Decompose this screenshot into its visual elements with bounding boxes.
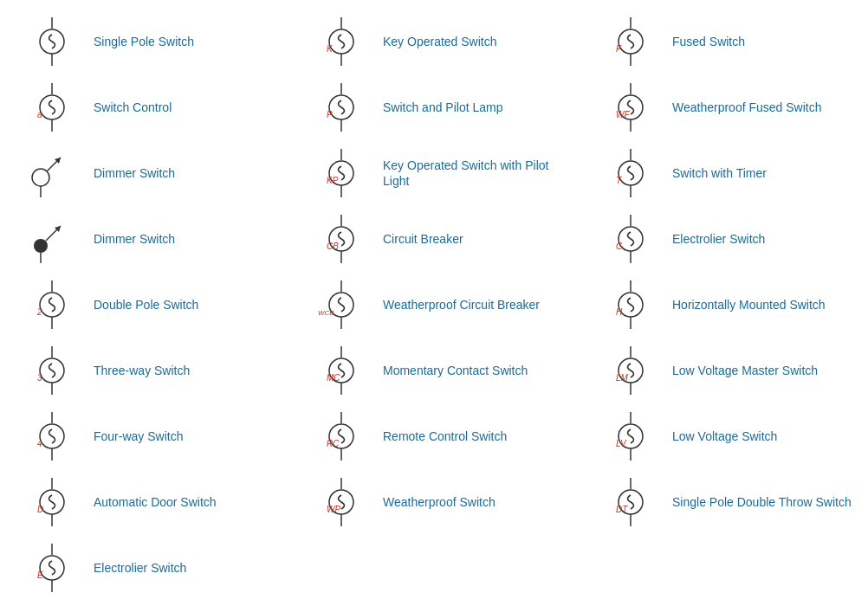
- list-item: LMLow Voltage Master Switch: [579, 338, 868, 403]
- item-label: Switch with Timer: [672, 165, 767, 181]
- symbol-area: P: [307, 81, 376, 133]
- list-item: RCRemote Control Switch: [289, 403, 579, 469]
- list-item: PSwitch and Pilot Lamp: [289, 74, 579, 140]
- item-label: Electrolier Switch: [94, 560, 186, 576]
- item-label: Three-way Switch: [94, 363, 190, 378]
- list-item: HHorizontally Mounted Switch: [579, 272, 868, 338]
- list-item: DAutomatic Door Switch: [0, 469, 289, 535]
- item-label: Switch and Pilot Lamp: [383, 100, 503, 115]
- svg-text:WF: WF: [616, 110, 630, 119]
- item-label: Momentary Contact Switch: [383, 363, 528, 378]
- list-item: FFused Switch: [579, 9, 868, 74]
- list-item: WPWeatherproof Switch: [289, 469, 579, 535]
- item-label: Weatherproof Fused Switch: [672, 100, 822, 115]
- symbol-area: LV: [596, 410, 665, 462]
- item-label: Single Pole Double Throw Switch: [672, 494, 852, 510]
- list-item: DTSingle Pole Double Throw Switch: [579, 469, 868, 535]
- svg-text:KP: KP: [327, 176, 339, 185]
- list-item: Dimmer Switch: [0, 140, 289, 206]
- item-label: Low Voltage Master Switch: [672, 363, 818, 378]
- list-item: Single Pole Switch: [0, 9, 289, 74]
- item-label: Single Pole Switch: [94, 34, 194, 49]
- symbol-area: D: [17, 476, 87, 528]
- symbol-area: CB: [307, 213, 376, 265]
- list-item: KPKey Operated Switch with Pilot Light: [289, 140, 579, 206]
- list-item: MCMomentary Contact Switch: [289, 338, 579, 403]
- symbol-area: 3: [17, 345, 87, 396]
- symbol-area: a: [17, 81, 87, 133]
- symbol-area: WCB: [307, 279, 376, 331]
- svg-text:LV: LV: [616, 439, 627, 448]
- item-label: Switch Control: [94, 100, 172, 115]
- symbol-area: F: [596, 16, 665, 68]
- svg-text:H: H: [616, 307, 623, 317]
- list-item: aSwitch Control: [0, 74, 289, 140]
- list-item: 4Four-way Switch: [0, 403, 289, 469]
- item-label: Circuit Breaker: [383, 231, 463, 247]
- list-item: 2Double Pole Switch: [0, 272, 289, 338]
- svg-text:a: a: [37, 110, 42, 119]
- symbol-area: [17, 16, 87, 68]
- item-label: Dimmer Switch: [94, 165, 175, 181]
- svg-text:P: P: [327, 110, 333, 119]
- item-label: Double Pole Switch: [94, 297, 198, 312]
- list-item: Dimmer Switch: [0, 206, 289, 272]
- list-item: EElectrolier Switch: [0, 535, 289, 601]
- list-item: 3Three-way Switch: [0, 338, 289, 403]
- svg-text:LM: LM: [616, 373, 629, 383]
- item-label: Electrolier Switch: [672, 231, 765, 247]
- svg-text:E: E: [37, 570, 43, 580]
- list-item: LVLow Voltage Switch: [579, 403, 868, 469]
- symbol-area: K: [307, 16, 376, 68]
- svg-text:CB: CB: [327, 242, 339, 251]
- symbol-area: RC: [307, 410, 376, 462]
- symbol-area: T: [596, 147, 665, 199]
- svg-text:3: 3: [37, 373, 42, 383]
- symbol-area: G: [596, 213, 665, 265]
- list-item: WFWeatherproof Fused Switch: [579, 74, 868, 140]
- item-label: Weatherproof Circuit Breaker: [383, 297, 540, 312]
- item-label: Fused Switch: [672, 34, 745, 49]
- list-item: TSwitch with Timer: [579, 140, 868, 206]
- svg-text:RC: RC: [327, 439, 340, 448]
- svg-text:DT: DT: [616, 505, 628, 514]
- symbol-area: MC: [307, 345, 376, 396]
- item-label: Key Operated Switch: [383, 34, 497, 49]
- symbol-area: WF: [596, 81, 665, 133]
- svg-text:T: T: [616, 176, 622, 185]
- symbol-area: 2: [17, 279, 87, 331]
- list-item: KKey Operated Switch: [289, 9, 579, 74]
- symbol-area: KP: [307, 147, 376, 199]
- list-item: GElectrolier Switch: [579, 206, 868, 272]
- svg-text:WP: WP: [327, 505, 340, 514]
- symbol-area: WP: [307, 476, 376, 528]
- symbol-area: DT: [596, 476, 665, 528]
- svg-text:D: D: [37, 505, 43, 514]
- symbol-area: [17, 213, 87, 265]
- svg-point-11: [34, 239, 48, 253]
- symbol-area: [17, 147, 87, 199]
- symbol-area: E: [17, 542, 87, 594]
- svg-text:4: 4: [37, 439, 42, 448]
- svg-text:MC: MC: [327, 373, 340, 383]
- svg-text:2: 2: [36, 307, 42, 317]
- column-1: KKey Operated SwitchPSwitch and Pilot La…: [289, 9, 579, 601]
- symbol-area: 4: [17, 410, 87, 462]
- svg-text:WCB: WCB: [318, 309, 334, 317]
- svg-text:G: G: [616, 242, 623, 251]
- symbol-area: H: [596, 279, 665, 331]
- item-label: Weatherproof Switch: [383, 494, 496, 510]
- list-item: WCBWeatherproof Circuit Breaker: [289, 272, 579, 338]
- column-2: FFused SwitchWFWeatherproof Fused Switch…: [579, 9, 868, 601]
- item-label: Remote Control Switch: [383, 428, 507, 444]
- svg-text:F: F: [616, 44, 622, 54]
- item-label: Low Voltage Switch: [672, 428, 777, 444]
- item-label: Four-way Switch: [94, 428, 183, 444]
- item-label: Key Operated Switch with Pilot Light: [383, 158, 570, 189]
- symbol-area: LM: [596, 345, 665, 396]
- item-label: Horizontally Mounted Switch: [672, 297, 826, 312]
- main-grid: Single Pole SwitchaSwitch ControlDimmer …: [0, 0, 868, 609]
- item-label: Automatic Door Switch: [94, 494, 217, 510]
- list-item: CBCircuit Breaker: [289, 206, 579, 272]
- item-label: Dimmer Switch: [94, 231, 175, 247]
